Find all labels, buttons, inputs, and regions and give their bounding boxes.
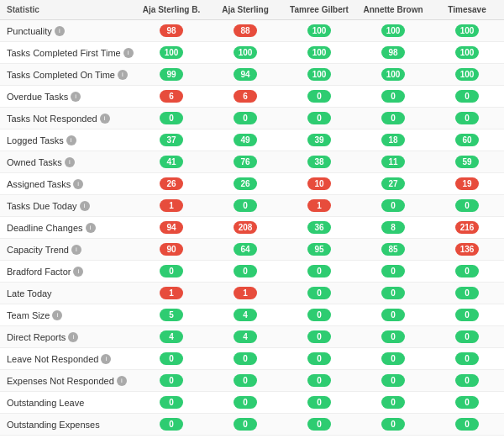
stat-badge: 0 xyxy=(381,374,405,387)
stat-badge: 0 xyxy=(455,309,479,321)
stat-value-cell-r17-c1: 0 xyxy=(208,392,282,414)
info-icon[interactable]: i xyxy=(100,114,110,124)
stat-value-cell-r15-c3: 0 xyxy=(356,348,430,370)
stat-value-cell-r18-c1: 0 xyxy=(208,414,282,436)
stat-badge: 0 xyxy=(307,418,331,431)
stat-value-cell-r10-c2: 95 xyxy=(282,239,356,261)
stat-value-cell-r5-c2: 39 xyxy=(282,130,356,151)
stat-value-cell-r16-c2: 0 xyxy=(282,370,356,392)
table-row: Late Today11000 xyxy=(0,283,504,304)
stat-value-cell-r1-c4: 100 xyxy=(430,42,504,64)
stat-badge: 85 xyxy=(381,243,405,256)
table-row: Deadline Changesi94208368216 xyxy=(0,217,504,239)
stat-badge: 0 xyxy=(307,90,331,103)
table-row: Team Sizei54000 xyxy=(0,304,504,326)
table-row: Tasks Completed On Timei9994100100100 xyxy=(0,64,504,86)
stat-value-cell-r1-c3: 98 xyxy=(356,42,430,64)
stat-badge: 0 xyxy=(234,112,257,124)
info-icon[interactable]: i xyxy=(101,354,111,364)
stat-value-cell-r5-c0: 37 xyxy=(134,130,208,151)
stat-label-text: Assigned Tasks xyxy=(7,179,71,189)
stat-badge: 100 xyxy=(455,68,479,81)
stat-badge: 88 xyxy=(234,24,257,37)
stat-badge: 11 xyxy=(381,156,405,168)
stat-badge: 0 xyxy=(381,90,405,103)
stat-value-cell-r10-c3: 85 xyxy=(356,239,430,261)
table-row: Outstanding Leave00000 xyxy=(0,392,504,414)
stat-label-text: Tasks Completed On Time xyxy=(7,70,115,80)
stat-label-text: Leave Not Responded xyxy=(7,354,98,364)
stats-table: Statistic Aja Sterling B. Aja Sterling T… xyxy=(0,0,504,436)
stat-value-cell-r1-c0: 100 xyxy=(134,42,208,64)
stat-value-cell-r11-c3: 0 xyxy=(356,261,430,283)
stat-badge: 19 xyxy=(455,177,479,190)
info-icon[interactable]: i xyxy=(71,245,81,255)
stat-badge: 49 xyxy=(234,134,257,146)
stat-value-cell-r11-c1: 0 xyxy=(208,261,282,283)
stat-value-cell-r13-c4: 0 xyxy=(430,304,504,326)
info-icon[interactable]: i xyxy=(86,223,96,233)
stat-label-cell: Punctualityi xyxy=(0,20,134,42)
stat-value-cell-r3-c2: 0 xyxy=(282,86,356,108)
stat-badge: 10 xyxy=(307,177,331,190)
stat-label-text: Bradford Factor xyxy=(7,267,71,277)
stat-badge: 4 xyxy=(160,330,183,343)
stat-badge: 0 xyxy=(307,309,331,321)
header-statistic: Statistic xyxy=(0,0,134,20)
stat-value-cell-r9-c1: 208 xyxy=(208,217,282,239)
info-icon[interactable]: i xyxy=(73,267,83,277)
header-person-1: Aja Sterling B. xyxy=(134,0,208,20)
info-icon[interactable]: i xyxy=(66,135,76,145)
stat-value-cell-r14-c1: 4 xyxy=(208,326,282,348)
stat-label-text: Outstanding Expenses xyxy=(7,420,100,430)
stat-badge: 0 xyxy=(160,352,183,365)
info-icon[interactable]: i xyxy=(80,201,90,211)
table-row: Expenses Not Respondedi00000 xyxy=(0,370,504,392)
stat-badge: 0 xyxy=(234,265,257,278)
stat-label-cell: Tasks Not Respondedi xyxy=(0,108,134,130)
table-row: Overdue Tasksi66000 xyxy=(0,86,504,108)
stat-value-cell-r7-c3: 27 xyxy=(356,173,430,195)
stat-badge: 0 xyxy=(455,90,479,103)
stat-value-cell-r15-c2: 0 xyxy=(282,348,356,370)
stat-badge: 0 xyxy=(455,287,479,299)
info-icon[interactable]: i xyxy=(68,332,78,342)
info-icon[interactable]: i xyxy=(65,157,75,167)
stat-badge: 0 xyxy=(307,112,331,124)
stat-value-cell-r13-c0: 5 xyxy=(134,304,208,326)
info-icon[interactable]: i xyxy=(71,92,81,102)
stat-value-cell-r2-c1: 94 xyxy=(208,64,282,86)
stat-value-cell-r2-c3: 100 xyxy=(356,64,430,86)
stat-value-cell-r3-c4: 0 xyxy=(430,86,504,108)
stat-label-text: Late Today xyxy=(7,288,52,299)
info-icon[interactable]: i xyxy=(123,48,134,58)
stat-badge: 37 xyxy=(160,134,183,146)
stat-badge: 0 xyxy=(381,418,405,431)
table-row: Capacity Trendi90649585136 xyxy=(0,239,504,261)
stat-badge: 39 xyxy=(307,134,331,146)
stat-value-cell-r16-c0: 0 xyxy=(134,370,208,392)
stat-label-cell: Deadline Changesi xyxy=(0,217,134,239)
info-icon[interactable]: i xyxy=(55,26,65,36)
stat-value-cell-r9-c3: 8 xyxy=(356,217,430,239)
stat-value-cell-r4-c1: 0 xyxy=(208,108,282,130)
info-icon[interactable]: i xyxy=(52,310,62,320)
stat-badge: 6 xyxy=(234,90,257,103)
stat-value-cell-r18-c4: 0 xyxy=(430,414,504,436)
stat-label-text: Deadline Changes xyxy=(7,223,83,233)
table-row: Bradford Factori00000 xyxy=(0,261,504,283)
stat-badge: 0 xyxy=(381,352,405,365)
stat-label-cell: Leave Not Respondedi xyxy=(0,348,134,370)
stat-badge: 76 xyxy=(234,156,257,168)
stat-badge: 0 xyxy=(381,330,405,343)
stat-badge: 26 xyxy=(160,177,183,190)
stat-value-cell-r13-c1: 4 xyxy=(208,304,282,326)
info-icon[interactable]: i xyxy=(73,179,83,189)
stat-value-cell-r12-c1: 1 xyxy=(208,283,282,304)
stat-value-cell-r1-c2: 100 xyxy=(282,42,356,64)
stat-value-cell-r2-c4: 100 xyxy=(430,64,504,86)
info-icon[interactable]: i xyxy=(118,70,128,80)
stat-value-cell-r5-c1: 49 xyxy=(208,130,282,151)
stat-badge: 0 xyxy=(381,112,405,124)
info-icon[interactable]: i xyxy=(117,376,127,386)
